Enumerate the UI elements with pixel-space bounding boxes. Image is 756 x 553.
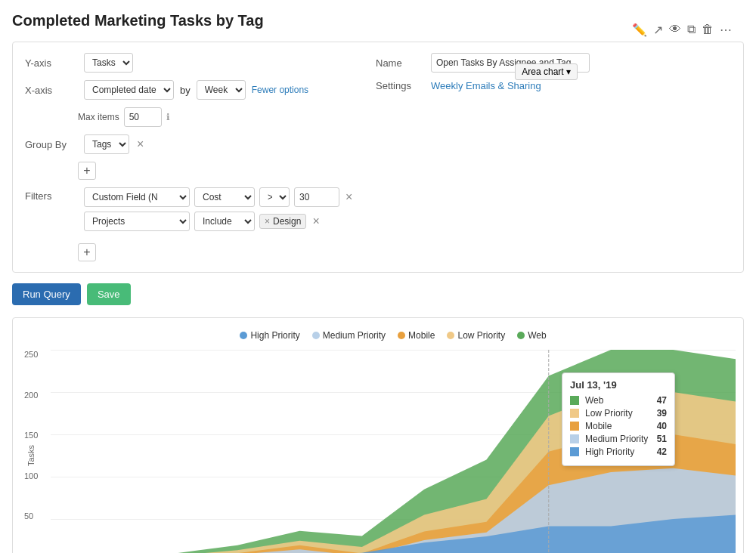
info-icon[interactable]: ℹ [166, 112, 170, 122]
legend-low-priority: Low Priority [447, 330, 505, 341]
legend-dot-web [517, 332, 525, 339]
tooltip-date: Jul 13, '19 [570, 379, 667, 391]
filter-row-1: Custom Field (N Cost > × [84, 187, 354, 207]
action-buttons: Run Query Save [12, 283, 744, 305]
remove-filter2-button[interactable]: × [311, 215, 321, 227]
chart-container: High Priority Medium Priority Mobile Low… [12, 317, 744, 553]
filter1-value-input[interactable] [294, 187, 339, 207]
filter2-tag-chip: × Design [259, 214, 306, 229]
legend-mobile: Mobile [398, 330, 435, 341]
chart-tooltip: Jul 13, '19 Web 47 Low Priority 39 Mobil… [562, 372, 675, 466]
remove-group-button[interactable]: × [135, 138, 145, 150]
tooltip-high-row: High Priority 42 [570, 446, 667, 457]
tooltip-medium-color [570, 434, 579, 443]
toolbar-icons: ✏️ ↗ 👁 ⧉ 🗑 ⋯ [632, 23, 732, 37]
yaxis-label: Y-axis [25, 57, 78, 69]
legend-dot-low-priority [447, 332, 454, 339]
legend-label-low-priority: Low Priority [457, 330, 505, 341]
tooltip-high-color [570, 447, 579, 456]
legend-dot-mobile [398, 332, 405, 339]
by-label: by [180, 85, 191, 96]
period-select[interactable]: Week [197, 80, 246, 100]
run-query-button[interactable]: Run Query [12, 283, 81, 305]
name-label: Name [376, 57, 425, 69]
chart-area: Tasks 250 200 150 100 50 0 [51, 350, 736, 553]
tooltip-web-value: 47 [657, 395, 667, 406]
settings-link[interactable]: Weekly Emails & Sharing [431, 80, 541, 91]
save-button[interactable]: Save [87, 283, 131, 305]
pencil-icon[interactable]: ✏️ [632, 23, 647, 37]
settings-row: Settings Weekly Emails & Sharing [376, 80, 590, 91]
tooltip-mobile-name: Mobile [585, 421, 651, 431]
legend-label-high-priority: High Priority [250, 330, 299, 341]
tooltip-web-name: Web [585, 395, 651, 406]
chart-type-button[interactable]: Area chart ▾ [515, 63, 578, 80]
tooltip-mobile-color [570, 422, 579, 431]
legend-dot-medium-priority [312, 332, 320, 339]
filters-container: Filters Custom Field (N Cost > × [25, 187, 731, 236]
tooltip-low-name: Low Priority [585, 408, 651, 419]
tooltip-low-value: 39 [657, 408, 667, 419]
legend-medium-priority: Medium Priority [312, 330, 386, 341]
tooltip-medium-name: Medium Priority [585, 434, 651, 444]
xaxis-select[interactable]: Completed date [84, 80, 174, 100]
add-group-button[interactable]: + [78, 162, 96, 180]
name-row: Name Area chart ▾ [376, 53, 590, 73]
copy-icon[interactable]: ⧉ [687, 23, 696, 37]
y-axis-ticks: 250 200 150 100 50 0 [24, 350, 38, 553]
filter-row-2: Projects Include × Design × [84, 212, 354, 231]
legend-label-medium-priority: Medium Priority [323, 330, 386, 341]
yaxis-select[interactable]: Tasks [84, 53, 133, 73]
remove-filter1-button[interactable]: × [344, 191, 354, 203]
chart-legend: High Priority Medium Priority Mobile Low… [51, 330, 736, 341]
more-icon[interactable]: ⋯ [720, 23, 732, 37]
tooltip-low-color [570, 409, 579, 418]
fewer-options-link[interactable]: Fewer options [252, 85, 308, 95]
legend-high-priority: High Priority [240, 330, 299, 341]
tag-chip-label: Design [273, 216, 301, 227]
add-filter-button[interactable]: + [78, 243, 96, 261]
tooltip-high-name: High Priority [585, 446, 651, 457]
filter1-comparator-select[interactable]: > [259, 187, 290, 207]
filter1-operator-select[interactable]: Cost [194, 187, 255, 207]
share-icon[interactable]: ↗ [653, 23, 663, 37]
tooltip-mobile-row: Mobile 40 [570, 421, 667, 431]
filter2-field-select[interactable]: Projects [84, 212, 190, 231]
tooltip-low-row: Low Priority 39 [570, 408, 667, 419]
filters-label: Filters [25, 187, 78, 202]
trash-icon[interactable]: 🗑 [702, 23, 714, 37]
group-by-select[interactable]: Tags [84, 134, 129, 154]
legend-web: Web [517, 330, 546, 341]
filters-rows: Custom Field (N Cost > × Projects [84, 187, 354, 236]
remove-tag-icon[interactable]: × [265, 216, 270, 227]
tooltip-mobile-value: 40 [657, 421, 667, 431]
filter1-field-select[interactable]: Custom Field (N [84, 187, 190, 207]
tooltip-high-value: 42 [657, 446, 667, 457]
filter2-operator-select[interactable]: Include [194, 212, 255, 231]
max-items-input[interactable] [124, 107, 162, 127]
eye-icon[interactable]: 👁 [669, 23, 681, 37]
tooltip-medium-value: 51 [657, 434, 667, 444]
tooltip-web-row: Web 47 [570, 395, 667, 406]
legend-label-web: Web [528, 330, 546, 341]
settings-label: Settings [376, 80, 425, 91]
tooltip-web-color [570, 396, 579, 405]
right-config: Name Area chart ▾ Settings Weekly Emails… [376, 53, 590, 99]
group-by-label: Group By [25, 139, 78, 150]
config-section: Y-axis Tasks X-axis Completed date by We… [12, 42, 744, 273]
group-by-row: Group By Tags × [25, 134, 731, 154]
max-items-row: Max items ℹ [78, 107, 731, 127]
tooltip-medium-row: Medium Priority 51 [570, 434, 667, 444]
max-items-label: Max items [78, 112, 119, 122]
legend-label-mobile: Mobile [408, 330, 435, 341]
legend-dot-high-priority [240, 332, 247, 339]
xaxis-label: X-axis [25, 85, 78, 96]
